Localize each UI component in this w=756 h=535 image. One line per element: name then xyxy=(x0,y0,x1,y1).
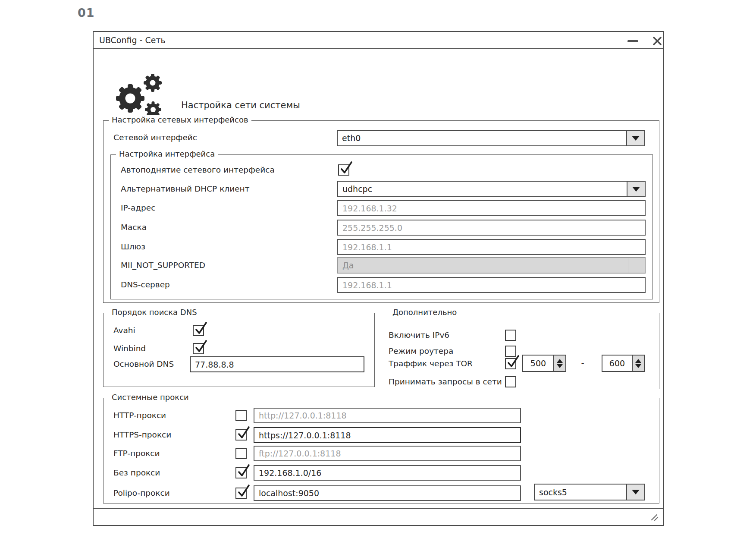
http-proxy-input[interactable] xyxy=(254,408,521,423)
group-system-proxies: Системные прокси HTTP-прокси HTTPS-прокс… xyxy=(103,398,659,504)
check-icon xyxy=(194,339,207,355)
dhcp-client-dropdown-value: udhcpc xyxy=(342,182,372,196)
ftp-proxy-label: FTP-прокси xyxy=(113,448,160,459)
polipo-proxy-input[interactable] xyxy=(254,485,521,501)
chevron-down-icon xyxy=(632,490,640,494)
dns-server-input[interactable] xyxy=(337,277,646,293)
group-dns-order-legend: Порядок поиска DNS xyxy=(109,308,200,317)
tor-port-to-spinner[interactable]: 600 xyxy=(602,355,645,372)
no-proxy-label: Без прокси xyxy=(113,468,160,478)
group-interface-settings-legend: Настройка интерфейса xyxy=(116,149,218,158)
tor-port-from-spin-buttons[interactable] xyxy=(553,356,565,371)
tor-traffic-checkbox[interactable] xyxy=(505,358,516,369)
polipo-proxy-label: Polipo-прокси xyxy=(113,488,170,498)
group-network-interfaces: Настройка сетевых интерфейсов Сетевой ин… xyxy=(103,120,659,303)
group-interface-settings: Настройка интерфейса Автоподнятие сетево… xyxy=(110,154,653,299)
ubconfig-window: UBConfig - Сеть xyxy=(93,31,664,526)
winbind-checkbox[interactable] xyxy=(193,343,204,354)
tor-port-to-value: 600 xyxy=(602,356,632,371)
check-icon xyxy=(236,425,250,441)
primary-dns-input[interactable] xyxy=(190,356,364,372)
polipo-protocol-dropdown-value: socks5 xyxy=(539,485,567,500)
group-system-proxies-legend: Системные прокси xyxy=(109,393,192,402)
interface-label: Сетевой интерфейс xyxy=(113,132,197,143)
group-additional-legend: Дополнительно xyxy=(389,308,460,317)
polipo-proxy-checkbox[interactable] xyxy=(235,488,247,499)
polipo-protocol-dropdown-button[interactable] xyxy=(626,485,644,500)
ipv6-label: Включить IPv6 xyxy=(389,330,449,340)
titlebar: UBConfig - Сеть xyxy=(94,32,663,49)
close-button[interactable] xyxy=(650,35,665,47)
no-proxy-input[interactable] xyxy=(254,465,521,481)
window-title: UBConfig - Сеть xyxy=(99,32,166,48)
avahi-checkbox[interactable] xyxy=(193,325,204,336)
dns-server-label: DNS-сервер xyxy=(121,280,170,290)
tor-traffic-label: Траффик через TOR xyxy=(389,359,473,369)
accept-requests-checkbox[interactable] xyxy=(505,376,516,387)
gateway-label: Шлюз xyxy=(121,242,145,252)
check-icon xyxy=(339,160,353,176)
spinner-up-icon xyxy=(557,359,563,363)
https-proxy-checkbox[interactable] xyxy=(235,429,247,441)
port-range-separator: - xyxy=(577,358,588,368)
check-icon xyxy=(506,354,520,370)
auto-up-checkbox[interactable] xyxy=(338,164,349,176)
auto-up-label: Автоподнятие сетевого интерфейса xyxy=(121,165,275,175)
check-icon xyxy=(194,321,207,337)
interface-dropdown-button[interactable] xyxy=(626,131,644,145)
group-dns-order: Порядок поиска DNS Avahi Winbind Основно… xyxy=(103,313,375,387)
spinner-up-icon xyxy=(635,359,641,363)
mii-field: Да xyxy=(337,257,646,274)
ftp-proxy-input[interactable] xyxy=(254,446,521,461)
http-proxy-checkbox[interactable] xyxy=(235,410,247,421)
https-proxy-input[interactable] xyxy=(254,427,521,443)
chevron-down-icon xyxy=(632,136,640,141)
check-icon xyxy=(236,463,250,479)
figure-label: 01 xyxy=(78,6,95,19)
resize-grip-icon[interactable] xyxy=(650,513,659,522)
minimize-button[interactable] xyxy=(625,35,640,47)
ip-input[interactable] xyxy=(337,200,646,216)
dhcp-client-dropdown[interactable]: udhcpc xyxy=(337,181,646,197)
check-icon xyxy=(236,484,250,499)
gears-icon xyxy=(113,72,164,119)
dialog-heading: Настройка сети системы xyxy=(181,100,300,110)
ip-label: IP-адрес xyxy=(121,203,155,213)
accept-requests-label: Принимать запросы в сети xyxy=(389,377,502,387)
dhcp-client-label: Альтернативный DHCP клиент xyxy=(121,184,249,194)
dhcp-client-dropdown-button[interactable] xyxy=(627,182,645,196)
chevron-down-icon xyxy=(632,187,640,192)
tor-port-to-spin-buttons[interactable] xyxy=(632,356,644,371)
http-proxy-label: HTTP-прокси xyxy=(113,410,166,421)
close-icon xyxy=(652,36,662,46)
ftp-proxy-checkbox[interactable] xyxy=(235,448,247,459)
spinner-down-icon xyxy=(635,364,641,368)
spinner-down-icon xyxy=(557,364,563,368)
mii-label: MII_NOT_SUPPORTED xyxy=(121,260,205,271)
group-additional: Дополнительно Включить IPv6 Режим роутер… xyxy=(384,313,659,389)
mii-field-divider xyxy=(628,258,629,273)
polipo-protocol-dropdown[interactable]: socks5 xyxy=(534,484,645,500)
interface-dropdown-value: eth0 xyxy=(342,131,361,145)
tor-port-from-value: 500 xyxy=(523,356,553,371)
no-proxy-checkbox[interactable] xyxy=(235,467,247,478)
status-bar xyxy=(94,508,663,525)
mii-value: Да xyxy=(342,261,354,270)
winbind-label: Winbind xyxy=(113,343,146,354)
ipv6-checkbox[interactable] xyxy=(505,330,516,341)
group-network-interfaces-legend: Настройка сетевых интерфейсов xyxy=(109,115,251,124)
avahi-label: Avahi xyxy=(113,325,135,336)
mask-input[interactable] xyxy=(337,220,646,236)
gateway-input[interactable] xyxy=(337,239,646,255)
mask-label: Маска xyxy=(121,222,147,233)
router-mode-label: Режим роутера xyxy=(389,346,453,356)
interface-dropdown[interactable]: eth0 xyxy=(337,130,645,146)
tor-port-from-spinner[interactable]: 500 xyxy=(522,355,566,372)
https-proxy-label: HTTPS-прокси xyxy=(113,430,171,440)
primary-dns-label: Основной DNS xyxy=(113,359,174,369)
minimize-icon xyxy=(627,40,638,42)
